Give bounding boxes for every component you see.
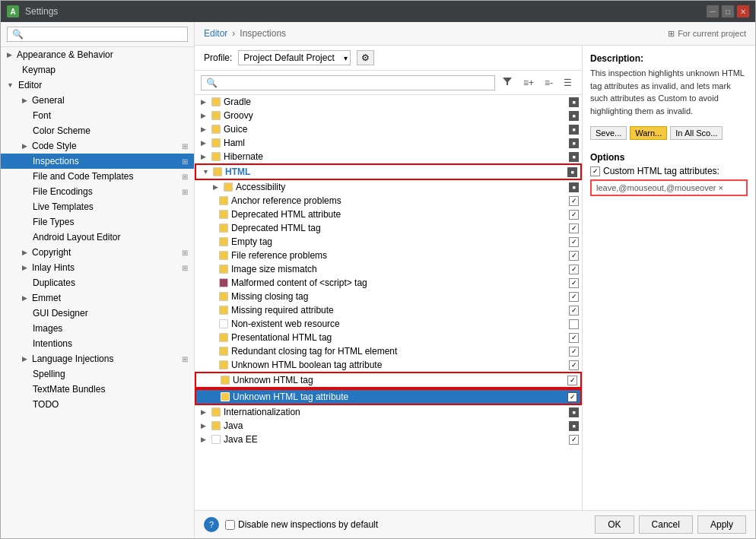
tree-item-unknown-bool[interactable]: Unknown HTML boolean tag attribute <box>195 358 582 372</box>
tree-item-missing-closing[interactable]: Missing closing tag <box>195 290 582 303</box>
sidebar-item-copyright[interactable]: ▶ Copyright ⊞ <box>1 245 194 260</box>
check-box[interactable] <box>569 138 579 148</box>
save-severity-button[interactable]: Seve... <box>590 126 627 140</box>
check-box[interactable] <box>569 435 579 445</box>
check-box[interactable] <box>569 319 579 329</box>
tree-item-image-size[interactable]: Image size mismatch <box>195 262 582 276</box>
disable-new-inspections-checkbox[interactable]: Disable new inspections by default <box>225 519 378 530</box>
tree-item-html[interactable]: ▼ HTML <box>195 163 582 180</box>
check-box[interactable] <box>569 224 579 233</box>
inspections-search-input[interactable] <box>201 75 495 90</box>
item-label: Missing required attribute <box>231 305 569 315</box>
tree-item-deprecated-attr[interactable]: Deprecated HTML attribute <box>195 208 582 221</box>
close-button[interactable]: ✕ <box>737 5 749 17</box>
check-box[interactable] <box>569 360 579 370</box>
sidebar-item-images[interactable]: Images <box>1 321 194 336</box>
tree-item-hibernate[interactable]: ▶ Hibernate <box>195 150 582 163</box>
check-box[interactable] <box>569 111 579 121</box>
tree-item-accessibility[interactable]: ▶ Accessibility <box>195 180 582 194</box>
check-box[interactable] <box>569 182 579 192</box>
tree-item-gradle[interactable]: ▶ Gradle <box>195 95 582 109</box>
color-dot <box>219 319 228 328</box>
gear-button[interactable]: ⚙ <box>357 50 374 65</box>
sidebar-item-editor[interactable]: ▼ Editor <box>1 78 194 93</box>
minimize-button[interactable]: ─ <box>707 5 719 17</box>
disable-checkbox-input[interactable] <box>225 520 235 530</box>
check-box[interactable] <box>569 407 579 417</box>
check-box[interactable] <box>569 152 579 162</box>
check-box[interactable] <box>569 333 579 343</box>
tree-item-haml[interactable]: ▶ Haml <box>195 136 582 150</box>
filter-button[interactable] <box>498 74 516 91</box>
check-box[interactable] <box>569 292 579 302</box>
sidebar-item-inlay-hints[interactable]: ▶ Inlay Hints ⊞ <box>1 260 194 275</box>
sidebar-item-todo[interactable]: TODO <box>1 397 194 412</box>
sidebar-item-keymap[interactable]: Keymap <box>1 62 194 78</box>
sidebar-item-inspections[interactable]: Inspections ⊞ <box>1 154 194 169</box>
tree-item-anchor-ref[interactable]: Anchor reference problems <box>195 194 582 208</box>
sidebar-item-appearance[interactable]: ▶ Appearance & Behavior <box>1 47 194 62</box>
check-box[interactable] <box>569 196 579 206</box>
check-box[interactable] <box>569 265 579 274</box>
apply-button[interactable]: Apply <box>697 515 746 534</box>
check-box[interactable] <box>569 237 579 247</box>
profile-select[interactable]: Project Default Project <box>238 50 351 65</box>
tree-item-file-ref[interactable]: File reference problems <box>195 249 582 262</box>
sidebar-item-general[interactable]: ▶ General <box>1 93 194 108</box>
expand-all-button[interactable]: ≡+ <box>519 75 538 90</box>
tree-item-java[interactable]: ▶ Java <box>195 419 582 433</box>
tree-item-missing-required[interactable]: Missing required attribute <box>195 303 582 317</box>
sidebar-item-android-layout[interactable]: Android Layout Editor <box>1 230 194 245</box>
tree-item-redundant-closing[interactable]: Redundant closing tag for HTML element <box>195 344 582 358</box>
ok-button[interactable]: OK <box>595 515 634 534</box>
breadcrumb-parent[interactable]: Editor <box>204 28 227 39</box>
tree-item-unknown-tag[interactable]: Unknown HTML tag <box>195 372 582 388</box>
collapse-all-button[interactable]: ≡- <box>541 75 557 90</box>
check-box[interactable] <box>569 125 579 135</box>
description-section: Description: This inspection highlights … <box>590 53 748 117</box>
sidebar-item-file-types[interactable]: File Types <box>1 214 194 230</box>
sidebar-item-code-style[interactable]: ▶ Code Style ⊞ <box>1 138 194 154</box>
sidebar-item-file-encodings[interactable]: File Encodings ⊞ <box>1 184 194 199</box>
tree-item-malformed-script[interactable]: Malformed content of <script> tag <box>195 276 582 290</box>
cancel-button[interactable]: Cancel <box>639 515 693 534</box>
sidebar-item-duplicates[interactable]: Duplicates <box>1 275 194 290</box>
warn-button[interactable]: Warn... <box>630 126 667 140</box>
sidebar-item-textmate[interactable]: TextMate Bundles <box>1 382 194 397</box>
tree-item-presentational-tag[interactable]: Presentational HTML tag <box>195 331 582 344</box>
sidebar-item-spelling[interactable]: Spelling <box>1 366 194 382</box>
check-box[interactable] <box>569 251 579 261</box>
check-box[interactable] <box>567 376 577 385</box>
sidebar-item-live-templates[interactable]: Live Templates <box>1 199 194 214</box>
check-box[interactable] <box>569 347 579 357</box>
check-box[interactable] <box>569 278 579 288</box>
sidebar-item-language-injections[interactable]: ▶ Language Injections ⊞ <box>1 351 194 366</box>
tree-item-internationalization[interactable]: ▶ Internationalization <box>195 405 582 419</box>
tree-item-unknown-attr[interactable]: Unknown HTML tag attribute <box>195 388 582 405</box>
check-box[interactable] <box>567 167 577 177</box>
sidebar-item-intentions[interactable]: Intentions <box>1 336 194 351</box>
check-box[interactable] <box>569 306 579 315</box>
check-box[interactable] <box>569 210 579 220</box>
sidebar-item-emmet[interactable]: ▶ Emmet <box>1 290 194 306</box>
check-box[interactable] <box>569 97 579 107</box>
sidebar-search-input[interactable] <box>7 27 188 42</box>
tree-item-empty-tag[interactable]: Empty tag <box>195 235 582 249</box>
sidebar-item-gui-designer[interactable]: GUI Designer <box>1 306 194 321</box>
sidebar-item-font[interactable]: Font <box>1 108 194 123</box>
tree-item-deprecated-tag[interactable]: Deprecated HTML tag <box>195 221 582 235</box>
check-box[interactable] <box>567 392 577 402</box>
maximize-button[interactable]: □ <box>722 5 734 17</box>
scope-button[interactable]: In All Sco... <box>670 126 723 140</box>
option-check[interactable] <box>590 166 600 176</box>
sidebar-item-color-scheme[interactable]: Color Scheme <box>1 123 194 138</box>
help-button[interactable]: ? <box>204 517 219 532</box>
tag-input[interactable] <box>590 179 748 196</box>
tree-item-groovy[interactable]: ▶ Groovy <box>195 109 582 122</box>
sidebar-item-file-templates[interactable]: File and Code Templates ⊞ <box>1 169 194 184</box>
tree-item-java-ee[interactable]: ▶ Java EE <box>195 433 582 446</box>
check-box[interactable] <box>569 421 579 431</box>
tree-item-non-existent-web[interactable]: Non-existent web resource <box>195 317 582 331</box>
menu-button[interactable]: ☰ <box>560 75 576 90</box>
tree-item-guice[interactable]: ▶ Guice <box>195 122 582 136</box>
